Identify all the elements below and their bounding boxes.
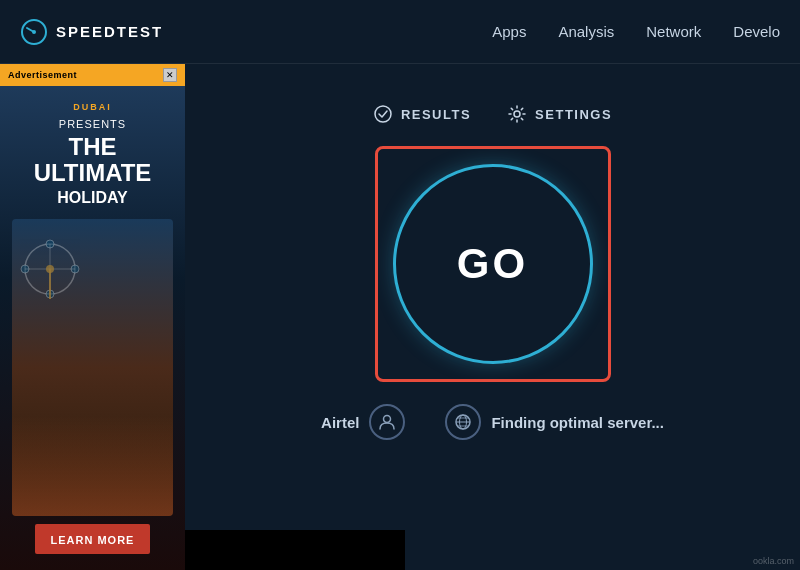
ferris-wheel-icon (20, 239, 80, 299)
provider-info: Airtel (321, 404, 405, 440)
results-button[interactable]: RESULTS (373, 104, 471, 124)
ad-header-text: Advertisement (8, 70, 77, 80)
svg-point-11 (375, 106, 391, 122)
go-label: GO (457, 240, 528, 288)
globe-icon[interactable] (445, 404, 481, 440)
ad-content: DUBAI PRESENTS THE ULTIMATE HOLIDAY LEAR (0, 86, 185, 570)
black-bar (185, 530, 405, 570)
go-button-wrapper: GO (383, 154, 603, 374)
ad-subtitle: HOLIDAY (57, 189, 128, 207)
logo-area: SPEEDTEST (20, 18, 163, 46)
people-silhouette (12, 416, 173, 516)
main-content: RESULTS SETTINGS GO Airtel (185, 64, 800, 440)
server-info: Finding optimal server... (445, 404, 664, 440)
results-label: RESULTS (401, 107, 471, 122)
nav-links: Apps Analysis Network Develo (492, 23, 780, 40)
go-button[interactable]: GO (393, 164, 593, 364)
server-status-text: Finding optimal server... (491, 414, 664, 431)
bottom-info: Airtel Finding optimal server... (185, 404, 800, 440)
nav-analysis[interactable]: Analysis (558, 23, 614, 40)
svg-point-12 (514, 111, 520, 117)
settings-button[interactable]: SETTINGS (507, 104, 612, 124)
results-icon (373, 104, 393, 124)
provider-name: Airtel (321, 414, 359, 431)
header: SPEEDTEST Apps Analysis Network Develo (0, 0, 800, 64)
svg-point-1 (32, 30, 36, 34)
user-icon[interactable] (369, 404, 405, 440)
settings-icon (507, 104, 527, 124)
settings-label: SETTINGS (535, 107, 612, 122)
ad-big-title: THE ULTIMATE (34, 134, 152, 187)
ad-cta-button[interactable]: LEARN MORE (35, 524, 151, 554)
ad-presents-text: PRESENTS (59, 118, 126, 130)
svg-point-13 (384, 416, 391, 423)
action-bar: RESULTS SETTINGS (373, 104, 612, 124)
ad-sidebar: Advertisement ✕ DUBAI PRESENTS THE ULTIM… (0, 64, 185, 570)
logo-text: SPEEDTEST (56, 23, 163, 40)
watermark: ookla.com (753, 556, 794, 566)
nav-network[interactable]: Network (646, 23, 701, 40)
ad-header-bar: Advertisement ✕ (0, 64, 185, 86)
nav-develop[interactable]: Develo (733, 23, 780, 40)
ad-close-button[interactable]: ✕ (163, 68, 177, 82)
ad-sponsor-text: DUBAI (73, 102, 112, 112)
speedtest-logo-icon (20, 18, 48, 46)
ad-cta-text: LEARN MORE (51, 534, 135, 546)
ad-image (12, 219, 173, 516)
nav-apps[interactable]: Apps (492, 23, 526, 40)
